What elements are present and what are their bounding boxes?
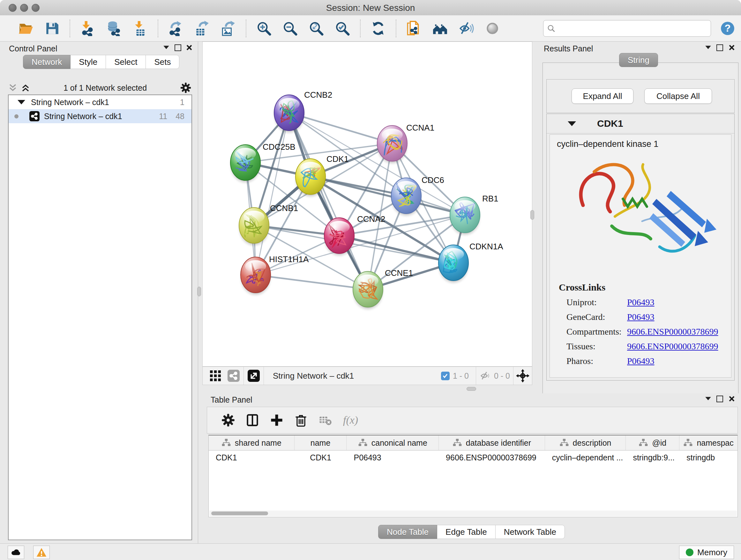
move-tool-icon[interactable] — [516, 369, 529, 382]
network-node-CCNE1[interactable]: CCNE1 — [353, 268, 413, 309]
import-network-database-icon[interactable] — [106, 21, 122, 36]
network-node-CCNA2[interactable]: CCNA2 — [324, 214, 385, 255]
scrollbar-thumb[interactable] — [211, 511, 268, 515]
results-panel: Results Panel String Expand All Collapse… — [534, 42, 741, 393]
export-image-icon[interactable] — [220, 21, 236, 36]
column-header-name[interactable]: name — [294, 435, 347, 450]
collapse-all-button[interactable]: Collapse All — [644, 88, 712, 104]
network-collection-row[interactable]: String Network – cdk1 1 — [9, 95, 192, 109]
share-network-icon[interactable] — [227, 370, 240, 382]
table-horizontal-scrollbar[interactable] — [209, 510, 737, 516]
tab-style[interactable]: Style — [71, 55, 106, 69]
tab-edge-table[interactable]: Edge Table — [437, 525, 495, 539]
control-panel-float-icon[interactable] — [174, 44, 182, 52]
results-panel-float-icon[interactable] — [716, 44, 724, 52]
import-table-file-icon[interactable] — [132, 21, 148, 36]
cloud-button[interactable] — [8, 546, 24, 559]
tab-network-table[interactable]: Network Table — [495, 525, 565, 539]
birdseye-view-icon[interactable] — [210, 370, 221, 381]
collapse-all-networks-icon[interactable] — [21, 83, 30, 92]
expand-all-button[interactable]: Expand All — [571, 88, 633, 104]
network-row[interactable]: String Network – cdk1 11 48 — [9, 109, 192, 123]
column-header-database-identifier[interactable]: database identifier — [439, 435, 545, 450]
crosslink-compartments-link[interactable]: 9606.ENSP00000378699 — [627, 327, 718, 337]
column-header-canonical-name[interactable]: canonical name — [347, 435, 439, 450]
network-edge-CCNB2-CCNA1[interactable] — [289, 113, 392, 143]
table-panel-menu-icon[interactable] — [704, 396, 712, 401]
node-label-RB1: RB1 — [482, 194, 498, 203]
save-session-icon[interactable] — [44, 21, 60, 36]
protein-card-header[interactable]: CDK1 — [547, 114, 734, 133]
search-input[interactable] — [555, 23, 707, 33]
network-node-CDK1[interactable]: CDK1 — [295, 154, 348, 196]
memory-button[interactable]: Memory — [679, 546, 734, 559]
help-icon[interactable]: ? — [720, 21, 735, 36]
network-node-CDKN1A[interactable]: CDKN1A — [439, 242, 503, 282]
show-graphics-details-icon[interactable] — [485, 21, 500, 36]
network-edge-HIST1H1A-CCNE1[interactable] — [256, 275, 368, 289]
split-column-icon[interactable] — [246, 413, 259, 427]
selected-checkbox-icon[interactable] — [441, 372, 450, 380]
tab-select[interactable]: Select — [106, 55, 146, 69]
table-panel-float-icon[interactable] — [716, 395, 724, 403]
network-label: String Network – cdk1 — [44, 112, 159, 121]
network-node-CCNB2[interactable]: CCNB2 — [274, 90, 332, 132]
tab-network[interactable]: Network — [23, 55, 71, 69]
crosslink-genecard-link[interactable]: P06493 — [627, 312, 655, 322]
tab-sets[interactable]: Sets — [146, 55, 179, 69]
hidden-node-edge-counts: 0 - 0 — [494, 371, 510, 381]
tab-node-table[interactable]: Node Table — [378, 525, 437, 539]
column-header-id[interactable]: @id — [626, 435, 679, 450]
share-session-file-icon[interactable] — [406, 21, 421, 36]
export-network-icon[interactable] — [168, 21, 184, 36]
collection-expand-icon[interactable] — [17, 100, 25, 105]
network-options-gear-icon[interactable] — [180, 82, 192, 94]
network-node-CDC6[interactable]: CDC6 — [391, 175, 444, 215]
open-in-browser-icon[interactable] — [248, 370, 260, 382]
column-header-namespace[interactable]: namespac — [679, 435, 738, 450]
zoom-selected-icon[interactable] — [335, 21, 350, 36]
expand-all-networks-icon[interactable] — [8, 83, 17, 92]
crosslink-tissues-link[interactable]: 9606.ENSP00000378699 — [627, 341, 718, 352]
control-panel-menu-icon[interactable] — [163, 45, 170, 50]
right-splitter-handle[interactable] — [530, 210, 534, 220]
delete-table-icon — [318, 413, 332, 427]
network-node-CCNB1[interactable]: CCNB1 — [239, 203, 298, 245]
refresh-view-icon[interactable] — [370, 21, 386, 36]
import-network-file-icon[interactable] — [80, 21, 95, 36]
horizontal-splitter-handle[interactable] — [467, 387, 476, 391]
results-panel-close-icon[interactable] — [728, 44, 736, 52]
left-splitter-handle[interactable] — [197, 287, 201, 296]
warnings-button[interactable] — [33, 546, 50, 559]
node-label-CCNE1: CCNE1 — [385, 268, 413, 278]
crosslink-uniprot-link[interactable]: P06493 — [627, 297, 655, 307]
tab-string[interactable]: String — [619, 53, 658, 67]
column-header-shared-name[interactable]: shared name — [209, 435, 294, 450]
zoom-in-icon[interactable] — [256, 21, 272, 36]
string-home-icon[interactable] — [432, 21, 448, 36]
zoom-fit-icon[interactable] — [309, 21, 324, 36]
results-panel-menu-icon[interactable] — [704, 45, 712, 50]
table-row[interactable]: CDK1 CDK1 P06493 9606.ENSP00000378699 cy… — [209, 450, 738, 464]
control-panel-close-icon[interactable] — [185, 44, 193, 52]
hide-graphics-details-icon[interactable] — [459, 21, 474, 36]
crosslink-row: Tissues: 9606.ENSP00000378699 — [566, 341, 731, 352]
delete-column-icon[interactable] — [294, 413, 308, 427]
crosslink-label: Pharos: — [566, 356, 627, 366]
crosslinks-heading: CrossLinks — [559, 282, 731, 293]
network-edge-CCNB2-HIST1H1A[interactable] — [256, 113, 289, 275]
add-column-icon[interactable] — [270, 413, 284, 427]
open-file-icon[interactable] — [18, 21, 33, 36]
network-node-RB1[interactable]: RB1 — [450, 194, 498, 234]
table-settings-gear-icon[interactable] — [221, 413, 235, 427]
crosslink-pharos-link[interactable]: P06493 — [627, 356, 655, 366]
column-header-description[interactable]: description — [545, 435, 626, 450]
protein-collapse-icon[interactable] — [568, 121, 576, 126]
table-panel-close-icon[interactable] — [728, 395, 736, 403]
namespace-tree-icon — [358, 438, 367, 448]
zoom-out-icon[interactable] — [282, 21, 298, 36]
export-table-icon[interactable] — [194, 21, 210, 36]
network-selection-bar: 1 of 1 Network selected — [8, 81, 192, 95]
network-node-HIST1H1A[interactable]: HIST1H1A — [241, 254, 309, 294]
network-canvas[interactable]: CCNB2CCNA1CDC25BCDK1CDC6RB1CCNB1CCNA2CDK… — [202, 42, 532, 367]
